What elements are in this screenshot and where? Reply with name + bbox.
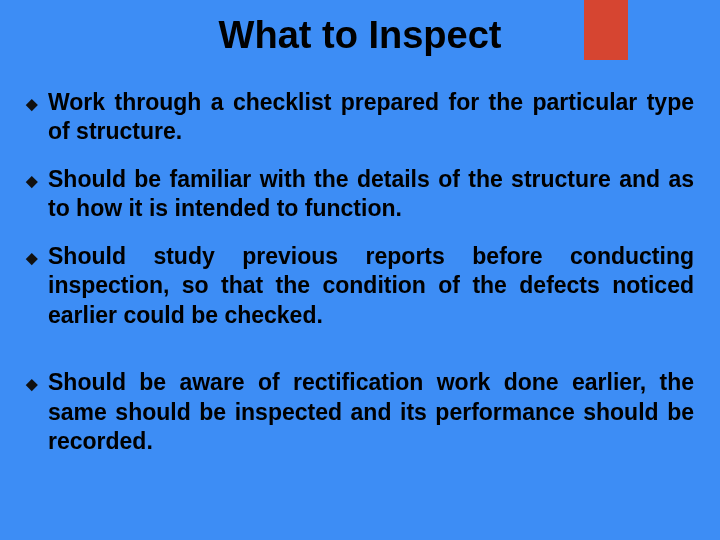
list-item-text: Should be aware of rectification work do… [48, 369, 694, 454]
slide-title: What to Inspect [0, 14, 720, 57]
diamond-bullet-icon: ◆ [26, 248, 38, 267]
list-item-text: Should study previous reports before con… [48, 243, 694, 328]
list-item: ◆ Should be familiar with the details of… [26, 165, 694, 224]
list-item: ◆ Work through a checklist prepared for … [26, 88, 694, 147]
bullet-list: ◆ Work through a checklist prepared for … [26, 88, 694, 474]
list-item: ◆ Should study previous reports before c… [26, 242, 694, 330]
diamond-bullet-icon: ◆ [26, 374, 38, 393]
list-item-text: Should be familiar with the details of t… [48, 166, 694, 221]
list-item: ◆ Should be aware of rectification work … [26, 368, 694, 456]
diamond-bullet-icon: ◆ [26, 94, 38, 113]
diamond-bullet-icon: ◆ [26, 171, 38, 190]
list-item-text: Work through a checklist prepared for th… [48, 89, 694, 144]
